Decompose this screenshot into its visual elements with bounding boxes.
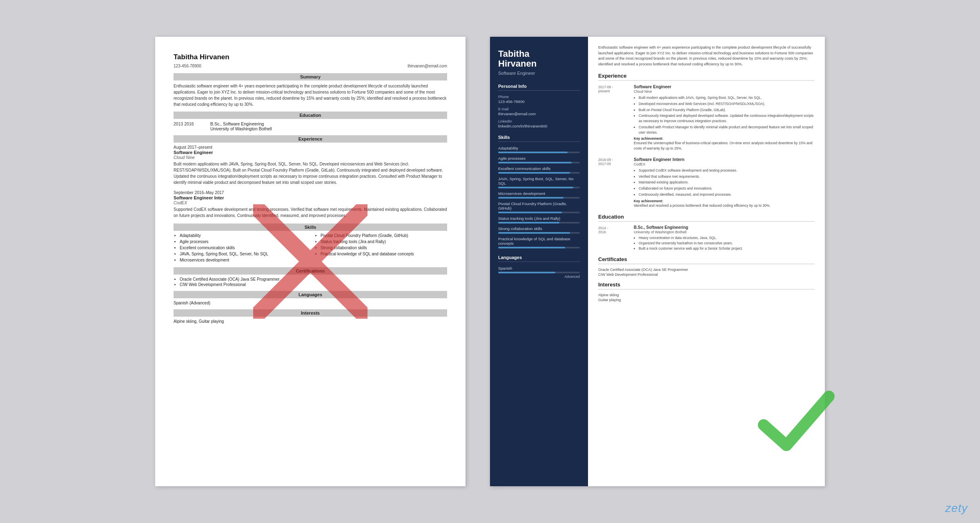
right-exp2-key-label: Key achievement: bbox=[634, 199, 815, 203]
right-personal-label: Personal Info bbox=[498, 84, 580, 91]
right-title: Software Engineer bbox=[498, 71, 580, 76]
right-exp-2: 2016-09 - 2017-05 Software Engineer Inte… bbox=[598, 157, 815, 208]
skill-bar-label: Status tracking tools (Jira and Rally) bbox=[498, 216, 580, 221]
right-edu-label: Education bbox=[598, 214, 815, 222]
skill-bar-bg bbox=[498, 197, 580, 199]
left-skills-header: Skills bbox=[174, 224, 447, 231]
right-exp1-key-label: Key achievement: bbox=[634, 136, 815, 141]
right-cert-label: Certificates bbox=[598, 256, 815, 264]
right-interest-2: Guitar playing bbox=[598, 298, 815, 302]
skill-bar-label: Microservices development bbox=[498, 191, 580, 196]
right-exp1-achievement: Ensured the uninterrupted flow of busine… bbox=[634, 141, 815, 151]
right-phone: 123-456-78900 bbox=[498, 99, 580, 104]
left-exp1-title: Software Engineer bbox=[174, 150, 447, 155]
left-interest-text: Alpine skiing, Guitar playing bbox=[174, 319, 447, 324]
lang-bar-fill bbox=[498, 272, 555, 273]
right-lang-label: Languages bbox=[498, 255, 580, 262]
lang-bar-bg bbox=[498, 272, 580, 273]
right-name-last: Hirvanen bbox=[498, 59, 580, 69]
skill-bar-fill bbox=[498, 197, 564, 199]
skill-3: Excellent communication skills bbox=[180, 246, 306, 250]
right-edu1-body: B.Sc., Software Engineering University o… bbox=[634, 225, 815, 251]
right-cert-1: Oracle Certified Associate (OCA) Java SE… bbox=[598, 268, 815, 272]
skill-bar-label: Practical knowledge of SQL and database … bbox=[498, 237, 580, 246]
right-exp-label: Experience bbox=[598, 73, 815, 81]
skill-bar-label: Pivotal Cloud Foundry Platform (Gradle, … bbox=[498, 201, 580, 210]
skill-bar-fill bbox=[498, 172, 570, 174]
skill-bar-bg bbox=[498, 162, 580, 163]
left-summary-text: Enthusiastic software engineer with 4+ y… bbox=[174, 83, 447, 107]
left-exp-header: Experience bbox=[174, 135, 447, 143]
skill-bar-bg bbox=[498, 152, 580, 153]
right-exp2-achievement: Identified and resolved a process bottle… bbox=[634, 203, 815, 208]
left-edu-row: 2013 2016 B.Sc., Software Engineering Un… bbox=[174, 121, 447, 131]
skill-6: Pivotal Cloud Foundry Platform (Gradle, … bbox=[321, 233, 447, 238]
left-exp1-desc: Built modern applications with JAVA, Spr… bbox=[174, 161, 447, 186]
left-name: Tabitha Hirvanen bbox=[174, 53, 447, 61]
skill-2: Agile processes bbox=[180, 239, 306, 244]
skill-bar-fill bbox=[498, 222, 559, 224]
left-exp2-dates: September 2016–May 2017 bbox=[174, 190, 447, 195]
skill-1: Adaptability bbox=[180, 233, 306, 238]
right-phone-label: Phone bbox=[498, 95, 580, 99]
skill-5: Microservices development bbox=[180, 258, 306, 262]
skill-bar-fill bbox=[498, 187, 573, 188]
left-cert-list: Oracle Certified Associate (OCA) Java SE… bbox=[174, 277, 447, 287]
right-exp2-company: CodEX bbox=[634, 162, 815, 166]
skill-bar-bg bbox=[498, 212, 580, 213]
zety-watermark: zety bbox=[945, 502, 968, 515]
right-edu-1: 2014 - 2016 B.Sc., Software Engineering … bbox=[598, 225, 815, 251]
skill-bar-bg bbox=[498, 247, 580, 248]
skill-bar-fill bbox=[498, 247, 565, 248]
right-edu1-bullets: Heavy concentration in data structures, … bbox=[634, 235, 815, 251]
skill-bar-fill bbox=[498, 162, 572, 163]
right-exp1-company: Cloud Nine bbox=[634, 89, 815, 94]
right-exp1-body: Software Engineer Cloud Nine Built moder… bbox=[634, 84, 815, 151]
left-edu-school: University of Washington Bothell bbox=[210, 126, 272, 131]
right-name-block: Tabitha Hirvanen Software Engineer bbox=[498, 49, 580, 76]
right-edu1-dates: 2014 - 2016 bbox=[598, 225, 629, 251]
left-summary-header: Summary bbox=[174, 73, 447, 80]
right-linkedin: linkedin.com/in/thirvanen600 bbox=[498, 124, 580, 128]
right-skills-list: AdaptabilityAgile processesExcellent com… bbox=[498, 146, 580, 248]
left-lang-text: Spanish (Advanced) bbox=[174, 301, 447, 305]
left-exp1-company: Cloud Nine bbox=[174, 155, 447, 160]
right-lang-list: SpanishAdvanced bbox=[498, 266, 580, 279]
skill-bar-label: Strong collaboration skills bbox=[498, 226, 580, 231]
cert-1: Oracle Certified Associate (OCA) Java SE… bbox=[180, 277, 447, 282]
right-main: Enthusiastic software engineer with 4+ y… bbox=[588, 37, 825, 486]
skill-bar-bg bbox=[498, 222, 580, 224]
lang-level-text: Advanced bbox=[498, 275, 580, 279]
left-lang-header: Languages bbox=[174, 291, 447, 298]
skill-bar-bg bbox=[498, 187, 580, 188]
skill-9: Practical knowledge of SQL and database … bbox=[321, 252, 447, 256]
left-phone: 123-456-78900 bbox=[174, 64, 201, 68]
right-summary: Enthusiastic software engineer with 4+ y… bbox=[598, 45, 815, 67]
skill-bar-label: Excellent communication skills bbox=[498, 166, 580, 171]
right-exp1-bullets: Built modern applications with JAVA, Spr… bbox=[634, 95, 815, 135]
right-exp-1: 2017-08 - present Software Engineer Clou… bbox=[598, 84, 815, 151]
skill-bar-label: Agile processes bbox=[498, 156, 580, 161]
left-edu-years: 2013 2016 bbox=[174, 121, 202, 131]
left-exp2-title: Software Engineer Inter bbox=[174, 195, 447, 200]
right-interests-label: Interests bbox=[598, 282, 815, 290]
skill-bar-fill bbox=[498, 232, 570, 234]
right-exp2-dates: 2016-09 - 2017-05 bbox=[598, 157, 629, 208]
skill-bar-fill bbox=[498, 152, 568, 153]
left-exp-1: August 2017–present Software Engineer Cl… bbox=[174, 145, 447, 186]
skill-bar-fill bbox=[498, 212, 562, 213]
right-interest-1: Alpine skiing bbox=[598, 293, 815, 297]
left-edu-header: Education bbox=[174, 112, 447, 119]
right-exp1-title: Software Engineer bbox=[634, 84, 815, 89]
resume-left: Tabitha Hirvanen 123-456-78900 thirvanen… bbox=[155, 37, 466, 486]
left-exp1-dates: August 2017–present bbox=[174, 145, 447, 150]
right-email: thirvanen@email.com bbox=[498, 112, 580, 116]
resume-right: Tabitha Hirvanen Software Engineer Perso… bbox=[490, 37, 825, 486]
right-exp2-bullets: Supported CodEX software development and… bbox=[634, 168, 815, 197]
cert-2: CIW Web Development Professional bbox=[180, 282, 447, 287]
right-exp2-body: Software Engineer Intern CodEX Supported… bbox=[634, 157, 815, 208]
left-edu-degree: B.Sc., Software Engineering bbox=[210, 121, 272, 126]
right-edu1-school: University of Washington Bothell bbox=[634, 230, 815, 234]
right-name-first: Tabitha bbox=[498, 49, 580, 59]
left-interests-header: Interests bbox=[174, 309, 447, 317]
